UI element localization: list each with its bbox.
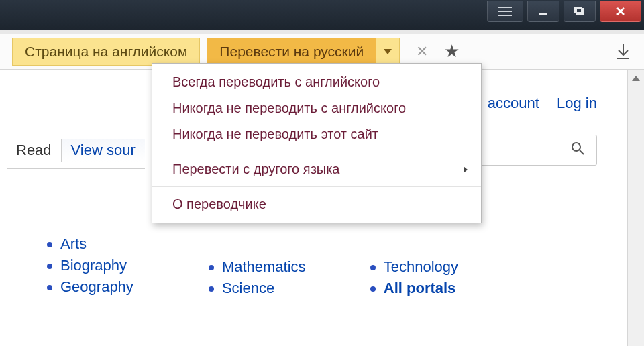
svg-point-11 <box>572 143 580 151</box>
list-item[interactable]: Mathematics <box>209 258 370 276</box>
bookmark-star-icon[interactable]: ★ <box>444 41 460 62</box>
hamburger-icon[interactable] <box>487 1 523 22</box>
tab-view-source[interactable]: View sour <box>61 139 145 162</box>
list-item[interactable]: Arts <box>47 235 209 253</box>
scrollbar[interactable] <box>627 70 644 346</box>
minimize-button[interactable] <box>527 1 559 22</box>
translate-action-button[interactable]: Перевести на русский <box>207 38 376 66</box>
portal-links: Arts Biography Geography Mathematics Sci… <box>47 231 537 301</box>
menu-separator <box>152 186 481 187</box>
account-links: account Log in <box>474 95 597 112</box>
menu-about-translator[interactable]: О переводчике <box>152 191 481 217</box>
close-button[interactable] <box>600 1 641 22</box>
chevron-down-icon <box>384 49 392 54</box>
maximize-button[interactable] <box>564 1 596 22</box>
menu-separator <box>152 152 481 152</box>
list-item[interactable]: Technology <box>370 258 532 276</box>
links-col-3: y Technology All portals <box>370 231 532 301</box>
downloads-button[interactable] <box>614 43 632 60</box>
chevron-right-icon <box>464 166 468 173</box>
chevron-up-icon <box>632 76 640 81</box>
search-icon <box>571 141 584 159</box>
page-tabs: Read View sour <box>7 139 145 169</box>
list-item-all-portals[interactable]: All portals <box>370 280 532 297</box>
svg-marker-8 <box>384 49 392 54</box>
translate-bar-close-button[interactable]: ✕ <box>416 43 428 60</box>
menu-always-translate[interactable]: Всегда переводить с английского <box>152 69 481 95</box>
login-link[interactable]: Log in <box>557 95 597 111</box>
window-title-bar <box>0 0 644 34</box>
tab-read[interactable]: Read <box>7 139 61 162</box>
translate-info-label: Страница на английском <box>12 38 200 66</box>
menu-never-translate-site[interactable]: Никогда не переводить этот сайт <box>152 121 481 148</box>
list-item[interactable]: Biography <box>47 257 209 274</box>
svg-line-12 <box>580 150 584 154</box>
translate-options-menu: Всегда переводить с английского Никогда … <box>152 63 482 223</box>
list-item[interactable]: Science <box>209 280 370 297</box>
list-item[interactable]: Geography <box>47 278 209 296</box>
menu-translate-from-other[interactable]: Перевести с другого языка <box>152 156 481 182</box>
toolbar-divider <box>602 37 602 66</box>
links-col-1: Arts Biography Geography <box>47 231 209 301</box>
links-col-2: Mathematics Science <box>209 254 370 301</box>
translate-dropdown-toggle[interactable] <box>376 38 400 66</box>
account-link[interactable]: account <box>488 95 539 111</box>
menu-never-translate-lang[interactable]: Никогда не переводить с английского <box>152 95 481 121</box>
